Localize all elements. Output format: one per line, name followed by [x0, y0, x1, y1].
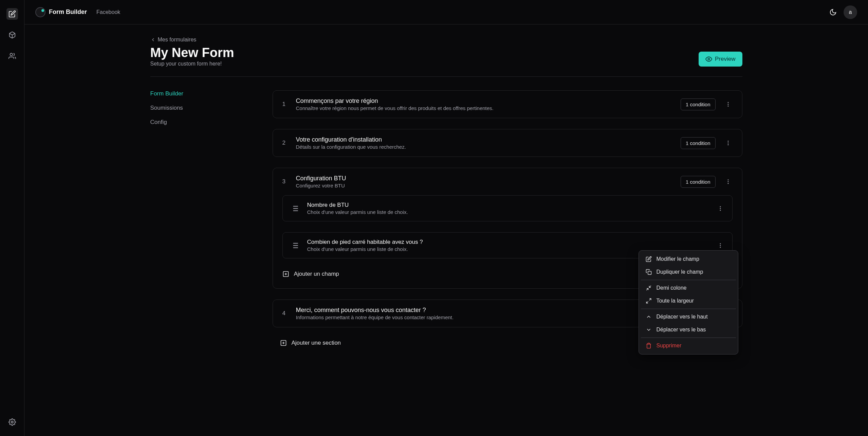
nav-config[interactable]: Config	[150, 119, 245, 126]
nav-form-builder-icon[interactable]	[6, 8, 18, 20]
theme-toggle-icon[interactable]	[829, 8, 837, 16]
avatar-letter: a	[849, 9, 852, 15]
section-desc: Détails sur la configuration que vous re…	[296, 144, 672, 150]
menu-label: Déplacer vers le haut	[657, 314, 708, 320]
add-section-label: Ajouter une section	[292, 340, 341, 346]
svg-point-28	[720, 243, 721, 244]
chevron-down-icon	[646, 327, 652, 333]
copy-icon	[646, 269, 652, 275]
section-number: 4	[282, 310, 288, 317]
nav-submissions[interactable]: Soumissions	[150, 105, 245, 111]
more-options-icon[interactable]	[716, 204, 725, 213]
svg-rect-31	[648, 271, 651, 275]
svg-point-1	[10, 53, 12, 56]
nav-products-icon[interactable]	[6, 29, 18, 41]
menu-move-up[interactable]: Déplacer vers le haut	[641, 310, 736, 323]
condition-badge[interactable]: 1 condition	[681, 176, 716, 188]
field-title: Combien de pied carré habitable avez vou…	[307, 239, 708, 246]
collapse-icon	[646, 285, 652, 291]
svg-point-30	[720, 247, 721, 248]
svg-point-29	[720, 245, 721, 246]
nav-users-icon[interactable]	[6, 50, 18, 62]
sidebar-rail	[0, 0, 24, 436]
topbar: Form Builder Facebook a	[24, 0, 868, 24]
section-desc: Connaître votre région nous permet de vo…	[296, 105, 672, 111]
more-options-icon[interactable]	[724, 139, 733, 147]
field-card[interactable]: Nombre de BTU Choix d'une valeur parmis …	[282, 195, 733, 221]
section-title: Votre configuration d'installation	[296, 136, 672, 143]
svg-point-21	[720, 210, 721, 211]
expand-icon	[646, 298, 652, 304]
svg-line-32	[649, 286, 651, 287]
page-title: My New Form	[150, 46, 234, 60]
nav-settings-icon[interactable]	[6, 416, 18, 428]
more-options-icon[interactable]	[724, 177, 733, 186]
svg-point-5	[727, 104, 728, 105]
chevron-up-icon	[646, 314, 652, 320]
plus-square-icon	[282, 271, 289, 277]
menu-label: Modifier le champ	[657, 256, 699, 262]
avatar[interactable]: a	[844, 5, 857, 19]
svg-point-20	[720, 208, 721, 209]
breadcrumb-item[interactable]: Facebook	[96, 9, 120, 15]
more-options-icon[interactable]	[724, 100, 733, 109]
svg-point-6	[727, 106, 728, 107]
section-card-expanded: 3 Configuration BTU Configurez votre BTU…	[273, 168, 742, 289]
menu-divider	[641, 280, 736, 280]
section-title: Configuration BTU	[296, 175, 672, 182]
section-header[interactable]: 1 Commençons par votre région Connaître …	[273, 91, 742, 118]
section-desc: Configurez votre BTU	[296, 183, 672, 188]
svg-point-12	[727, 183, 728, 184]
menu-divider	[641, 309, 736, 309]
menu-full-width[interactable]: Toute la largeur	[641, 294, 736, 307]
eye-icon	[705, 56, 712, 62]
plus-square-icon	[280, 340, 287, 346]
menu-half-column[interactable]: Demi colone	[641, 281, 736, 294]
section-header[interactable]: 2 Votre configuration d'installation Dét…	[273, 129, 742, 157]
preview-label: Preview	[715, 56, 735, 62]
app-title: Form Builder	[49, 8, 87, 16]
svg-point-11	[727, 181, 728, 182]
section-header[interactable]: 3 Configuration BTU Configurez votre BTU…	[273, 168, 742, 195]
menu-label: Dupliquer le champ	[657, 269, 703, 275]
menu-divider	[641, 338, 736, 338]
menu-label: Demi colone	[657, 285, 687, 291]
menu-label: Déplacer vers le bas	[657, 327, 706, 333]
svg-point-7	[727, 141, 728, 142]
context-menu: Modifier le champ Dupliquer le champ	[639, 250, 738, 355]
more-options-icon[interactable]	[716, 241, 725, 250]
field-title: Nombre de BTU	[307, 202, 708, 208]
menu-delete[interactable]: Supprimer	[641, 339, 736, 352]
section-card: 2 Votre configuration d'installation Dét…	[273, 129, 742, 157]
chevron-left-icon	[150, 37, 156, 42]
svg-point-19	[720, 206, 721, 207]
menu-label: Supprimer	[657, 343, 682, 349]
menu-duplicate-field[interactable]: Dupliquer le champ	[641, 266, 736, 278]
add-field-label: Ajouter un champ	[294, 271, 339, 277]
svg-point-3	[708, 58, 710, 60]
svg-point-2	[11, 421, 13, 423]
menu-edit-field[interactable]: Modifier le champ	[641, 253, 736, 266]
svg-point-10	[727, 179, 728, 180]
menu-move-down[interactable]: Déplacer vers le bas	[641, 323, 736, 336]
section-number: 2	[282, 140, 288, 146]
svg-line-34	[649, 298, 651, 300]
page-subtitle: Setup your custom form here!	[150, 61, 234, 67]
back-link[interactable]: Mes formulaires	[150, 37, 742, 43]
condition-badge[interactable]: 1 condition	[681, 137, 716, 149]
left-nav: Form Builder Soumissions Config	[150, 90, 245, 348]
edit-icon	[646, 256, 652, 262]
section-title: Commençons par votre région	[296, 97, 672, 105]
svg-point-9	[727, 144, 728, 145]
logo-icon	[35, 7, 45, 17]
nav-builder[interactable]: Form Builder	[150, 90, 245, 97]
list-icon	[290, 241, 299, 250]
svg-line-33	[646, 289, 648, 290]
back-label: Mes formulaires	[158, 37, 197, 43]
svg-line-35	[646, 302, 648, 303]
preview-button[interactable]: Preview	[699, 52, 742, 67]
field-card[interactable]: Combien de pied carré habitable avez vou…	[282, 232, 733, 258]
condition-badge[interactable]: 1 condition	[681, 98, 716, 110]
trash-icon	[646, 343, 652, 349]
svg-point-8	[727, 143, 728, 144]
